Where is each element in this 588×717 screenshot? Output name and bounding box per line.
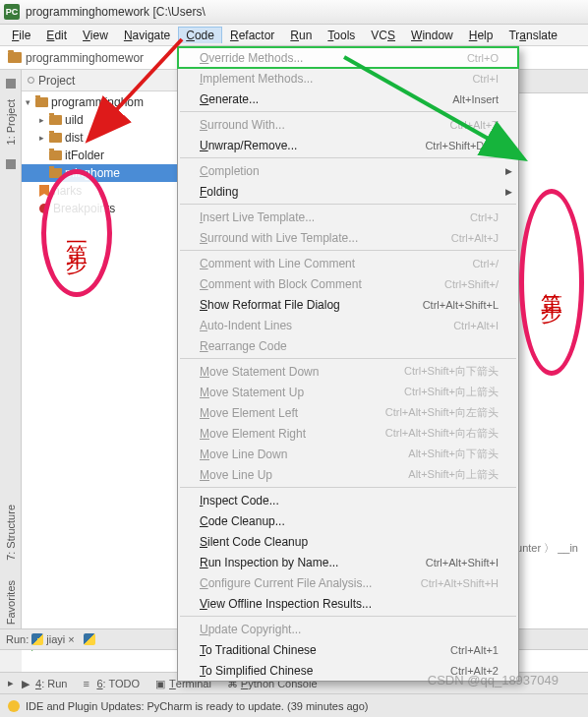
tree-node[interactable]: ▸dist [22, 129, 180, 147]
tool-window-button[interactable]: ≡6: TODO [83, 678, 140, 689]
menu-item-label: Generate... [200, 92, 259, 106]
menu-item-label: Show Reformat File Dialog [200, 298, 340, 312]
menu-navigate[interactable]: Navigate [116, 27, 178, 44]
menu-tools[interactable]: Tools [320, 27, 363, 44]
tree-label: Breakpoints [53, 202, 115, 215]
menu-item[interactable]: View Offline Inspection Results... [178, 593, 518, 614]
watermark: CSDN @qq_18937049 [428, 673, 559, 687]
folder-icon [49, 133, 62, 143]
tree-label: narks [53, 184, 82, 198]
menu-item: Update Copyright... [178, 619, 518, 639]
project-header[interactable]: Project [22, 70, 180, 91]
menu-item: Rearrange Code [178, 335, 518, 356]
menu-item-label: Implement Methods... [200, 72, 313, 86]
menu-item-label: Configure Current File Analysis... [200, 576, 372, 590]
menu-code[interactable]: Code [178, 27, 222, 43]
shortcut: Ctrl+Alt+Shift+L [423, 299, 499, 311]
tree-node[interactable]: minghome [22, 164, 180, 182]
chevron-right-icon: ▶ [505, 166, 512, 176]
shortcut: Ctrl+Alt+T [449, 119, 499, 131]
chevron-right-icon: ▶ [505, 187, 512, 197]
menu-item-label: Code Cleanup... [200, 514, 285, 528]
menu-edit[interactable]: Edit [38, 27, 75, 44]
status-text: IDE and Plugin Updates: PyCharm is ready… [26, 700, 369, 712]
menu-item-label: Comment with Line Comment [200, 257, 355, 270]
menu-help[interactable]: Help [461, 27, 501, 44]
menu-item-label: To Traditional Chinese [200, 643, 317, 657]
shortcut: Ctrl+Shift+向下箭头 [404, 364, 499, 379]
menu-item: Insert Live Template...Ctrl+J [178, 207, 518, 227]
menu-run[interactable]: Run [282, 27, 320, 44]
menu-item[interactable]: Code Cleanup... [178, 510, 518, 531]
menu-item: Implement Methods...Ctrl+I [178, 68, 518, 89]
shortcut: Ctrl+Alt+Shift+H [421, 577, 499, 589]
menu-item[interactable]: Unwrap/Remove...Ctrl+Shift+Dele [178, 135, 518, 155]
menu-item-label: Inspect Code... [200, 494, 279, 508]
shortcut: Ctrl+Shift+/ [444, 278, 499, 290]
menu-item[interactable]: Run Inspection by Name...Ctrl+Alt+Shift+… [178, 552, 518, 572]
menu-window[interactable]: Window [403, 27, 461, 44]
tool-icon: ▶ [22, 678, 32, 688]
menu-item: Completion▶ [178, 160, 518, 181]
menu-item-label: Move Statement Up [200, 386, 304, 399]
square-icon [6, 159, 16, 169]
window-title: programminghomework [C:\Users\ [26, 5, 206, 19]
menu-item-label: Folding [200, 185, 238, 199]
code-menu-dropdown: Override Methods...Ctrl+OImplement Metho… [177, 46, 519, 682]
menu-item-label: To Simplified Chinese [200, 664, 313, 678]
menu-item[interactable]: Silent Code Cleanup [178, 531, 518, 552]
menu-item: Move Element LeftCtrl+Alt+Shift+向左箭头 [178, 402, 518, 423]
breadcrumb-text: programminghomewor [26, 51, 144, 65]
menu-item-label: Rearrange Code [200, 339, 287, 353]
menu-item-label: Run Inspection by Name... [200, 556, 338, 569]
folder-icon [49, 115, 62, 125]
menu-view[interactable]: View [75, 27, 116, 44]
shortcut: Ctrl+J [470, 211, 499, 223]
menu-item: Move Statement DownCtrl+Shift+向下箭头 [178, 361, 518, 382]
menu-item-label: Override Methods... [200, 51, 303, 65]
tree-node[interactable]: ▸uild [22, 111, 180, 129]
tree-node[interactable]: itFolder [22, 147, 180, 164]
menu-item-label: Move Element Right [200, 427, 306, 441]
menu-item[interactable]: Folding▶ [178, 181, 518, 202]
menu-translate[interactable]: Translate [500, 27, 565, 44]
shortcut: Alt+Insert [452, 93, 499, 105]
menu-item-label: Update Copyright... [200, 623, 301, 636]
menu-item-label: Unwrap/Remove... [200, 139, 297, 152]
menu-refactor[interactable]: Refactor [222, 27, 282, 44]
project-tree[interactable]: ▾programminghom▸uild▸distitFolderminghom… [22, 91, 180, 219]
menu-item-label: Move Line Down [200, 448, 287, 461]
tree-node[interactable]: ▾programminghom [22, 93, 180, 111]
menu-vcs[interactable]: VCS [363, 27, 403, 44]
bulb-icon [8, 700, 20, 712]
breakpoint-icon [39, 204, 49, 213]
tree-node[interactable]: narks [22, 182, 180, 200]
menu-item: Override Methods...Ctrl+O [178, 47, 518, 68]
shortcut: Ctrl+Alt+Shift+向左箭头 [385, 405, 499, 420]
run-tab[interactable]: jiayi [46, 633, 65, 645]
menu-item[interactable]: Generate...Alt+Insert [178, 89, 518, 109]
folder-icon [8, 52, 22, 63]
menu-file[interactable]: File [4, 27, 38, 44]
menu-item[interactable]: To Traditional ChineseCtrl+Alt+1 [178, 639, 518, 660]
menu-item-label: Move Statement Down [200, 365, 319, 379]
tree-label: minghome [65, 166, 120, 180]
menu-item: Auto-Indent LinesCtrl+Alt+I [178, 315, 518, 335]
menu-item[interactable]: Inspect Code... [178, 490, 518, 510]
menu-item-label: Move Element Left [200, 406, 298, 420]
project-tool-window: Project ▾programminghom▸uild▸distitFolde… [22, 70, 181, 648]
collapse-icon[interactable] [6, 79, 16, 89]
menu-item-label: View Offline Inspection Results... [200, 597, 372, 611]
tree-node[interactable]: Breakpoints [22, 200, 180, 217]
tree-label: itFolder [65, 149, 104, 162]
menu-item-label: Surround with Live Template... [200, 231, 358, 245]
menu-item: Move Line DownAlt+Shift+向下箭头 [178, 444, 518, 464]
tab-project[interactable]: 1: Project [3, 91, 19, 152]
menu-item-label: Insert Live Template... [200, 210, 315, 224]
menu-item[interactable]: Show Reformat File DialogCtrl+Alt+Shift+… [178, 294, 518, 315]
tab-structure[interactable]: 7: Structure [3, 497, 19, 568]
menu-item: Move Line UpAlt+Shift+向上箭头 [178, 464, 518, 485]
menu-item-label: Auto-Indent Lines [200, 319, 292, 332]
tool-window-button[interactable]: ▶4: Run [22, 678, 67, 689]
app-icon: PC [4, 4, 20, 20]
